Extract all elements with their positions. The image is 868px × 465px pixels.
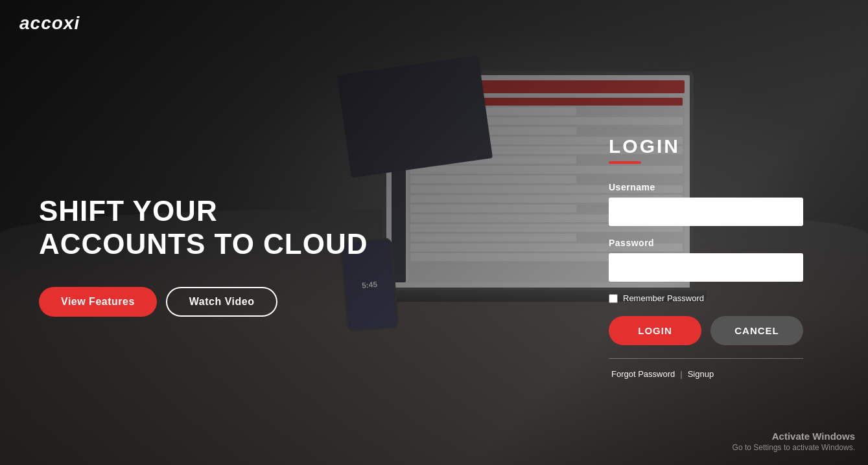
login-actions: LOGIN CANCEL	[609, 316, 803, 345]
watch-video-button[interactable]: Watch Video	[166, 287, 278, 317]
link-separator: |	[680, 369, 682, 379]
remember-label[interactable]: Remember Password	[623, 293, 704, 303]
page-wrapper: accoxi SHIFT YOUR ACCOUNTS TO CLOUD View…	[0, 0, 868, 465]
hero-section: SHIFT YOUR ACCOUNTS TO CLOUD View Featur…	[39, 195, 583, 316]
username-input[interactable]	[609, 198, 803, 226]
signup-link[interactable]: Signup	[688, 369, 714, 379]
remember-checkbox[interactable]	[609, 294, 618, 303]
hero-buttons: View Features Watch Video	[39, 287, 557, 317]
password-input[interactable]	[609, 253, 803, 282]
username-label: Username	[609, 182, 803, 192]
login-links: Forgot Password | Signup	[609, 369, 803, 379]
activate-windows-watermark: Activate Windows Go to Settings to activ…	[733, 431, 855, 452]
login-panel: LOGIN Username Password Remember Passwor…	[583, 109, 829, 402]
forgot-password-link[interactable]: Forgot Password	[611, 369, 675, 379]
activate-windows-subtitle: Go to Settings to activate Windows.	[733, 443, 855, 452]
view-features-button[interactable]: View Features	[39, 287, 157, 317]
login-title: LOGIN	[609, 135, 803, 157]
hero-title-line2: ACCOUNTS TO CLOUD	[39, 228, 368, 260]
remember-row: Remember Password	[609, 293, 803, 303]
activate-windows-title: Activate Windows	[733, 431, 855, 442]
cancel-button[interactable]: CANCEL	[710, 316, 803, 345]
logo-text: accoxi	[19, 13, 80, 34]
login-divider	[609, 358, 803, 359]
logo-acc: accoxi	[19, 13, 80, 33]
password-label: Password	[609, 238, 803, 248]
login-underline	[609, 161, 641, 164]
login-button[interactable]: LOGIN	[609, 316, 701, 345]
main-content: SHIFT YOUR ACCOUNTS TO CLOUD View Featur…	[0, 47, 868, 465]
header: accoxi	[0, 0, 868, 47]
logo: accoxi	[19, 13, 80, 34]
hero-title-line1: SHIFT YOUR	[39, 195, 218, 227]
hero-title: SHIFT YOUR ACCOUNTS TO CLOUD	[39, 195, 557, 260]
